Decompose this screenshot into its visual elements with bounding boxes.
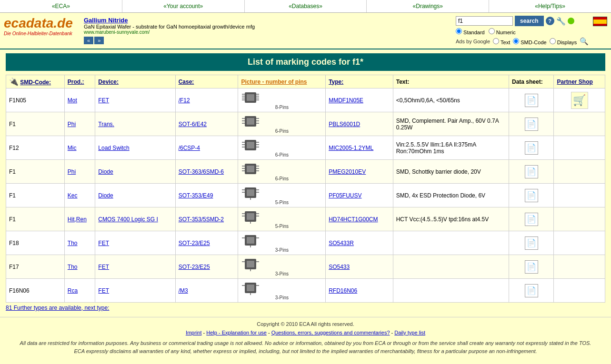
datasheet-icon[interactable]: 📄: [525, 284, 538, 297]
case-link[interactable]: SOT-23/E25: [179, 240, 210, 246]
radio-displays-label[interactable]: Displays: [550, 38, 577, 45]
search-button[interactable]: search: [515, 16, 544, 26]
radio-numeric-label[interactable]: Numeric: [489, 28, 516, 35]
radio-standard[interactable]: [456, 28, 462, 34]
cell-type: PF05FUUSV: [326, 184, 393, 207]
ad-url[interactable]: www.marubeni-sunnyvale.com/: [84, 30, 452, 35]
prod-link[interactable]: Mic: [68, 145, 77, 151]
cell-picture[interactable]: 6-Pins: [238, 136, 326, 160]
case-link[interactable]: SOT-23/E25: [179, 264, 210, 270]
device-link[interactable]: FET: [98, 240, 109, 246]
type-link[interactable]: PF05FUUSV: [329, 192, 361, 199]
prod-link[interactable]: Hit,Ren: [68, 216, 87, 223]
footer-daily-link[interactable]: Daily type list: [394, 330, 425, 335]
radio-numeric[interactable]: [489, 28, 495, 34]
col-case-link[interactable]: Case:: [179, 79, 194, 85]
datasheet-icon[interactable]: 📄: [525, 141, 538, 155]
prod-link[interactable]: Mot: [68, 97, 77, 104]
wrench-icon[interactable]: 🔧: [556, 17, 566, 26]
col-partner-link[interactable]: Partner Shop: [557, 79, 592, 85]
cell-type: SO5433R: [326, 231, 393, 255]
nav-databases[interactable]: «Databases»: [245, 0, 367, 12]
prod-link[interactable]: Tho: [68, 264, 78, 270]
prod-link[interactable]: Kec: [68, 192, 78, 199]
prod-link[interactable]: Rca: [68, 287, 78, 294]
ad-title[interactable]: Gallium Nitride: [84, 17, 452, 24]
cell-picture[interactable]: 6-Pins: [238, 112, 326, 136]
cell-smd-code: F1: [6, 160, 65, 184]
datasheet-icon[interactable]: 📄: [525, 260, 538, 274]
device-link[interactable]: Trans.: [98, 121, 114, 128]
more-types-link[interactable]: 81 Further types are available, next typ…: [6, 305, 109, 311]
type-link[interactable]: RFD16N06: [329, 287, 357, 294]
flag-area[interactable]: [593, 16, 607, 26]
type-link[interactable]: PMEG2010EV: [329, 168, 366, 175]
type-link[interactable]: MIC2005-1.2YML: [329, 145, 373, 151]
case-link[interactable]: SOT-363/6SMD-6: [179, 168, 224, 175]
nav-back-button[interactable]: «: [84, 37, 93, 44]
case-link[interactable]: /F12: [179, 97, 190, 104]
prod-link[interactable]: Tho: [68, 240, 78, 246]
radio-text[interactable]: [493, 38, 499, 44]
help-icon[interactable]: ?: [546, 17, 554, 25]
nav-eca[interactable]: «ECA»: [0, 0, 122, 12]
case-link[interactable]: SOT-353/5SMD-2: [179, 216, 224, 223]
type-link[interactable]: PBLS6001D: [329, 121, 360, 128]
footer-help-link[interactable]: Help - Explanation for use: [206, 330, 267, 335]
nav-forward-button[interactable]: »: [94, 37, 104, 44]
datasheet-icon[interactable]: 📄: [525, 236, 538, 250]
cell-picture[interactable]: 3-Pins: [238, 279, 326, 303]
datasheet-icon[interactable]: 📄: [525, 118, 538, 131]
device-link[interactable]: FET: [98, 287, 109, 294]
col-prod-link[interactable]: Prod.:: [68, 79, 84, 85]
device-link[interactable]: FET: [98, 264, 109, 270]
col-picture-link[interactable]: Picture - number of pins: [241, 79, 307, 85]
device-link[interactable]: Diode: [98, 192, 113, 199]
radio-smdcode-label[interactable]: SMD-Code: [513, 38, 546, 45]
search-input[interactable]: [456, 16, 513, 26]
type-link[interactable]: HD74HCT1G00CM: [329, 216, 378, 223]
device-link[interactable]: Diode: [98, 168, 113, 175]
device-link[interactable]: Load Switch: [98, 145, 129, 151]
nav-drawings[interactable]: «Drawings»: [367, 0, 489, 12]
type-link[interactable]: SO5433R: [329, 240, 354, 246]
footer-imprint-link[interactable]: Imprint: [186, 330, 202, 335]
cell-case: /F12: [175, 89, 238, 112]
device-link[interactable]: FET: [98, 97, 109, 104]
cell-picture[interactable]: 3-Pins: [238, 231, 326, 255]
radio-smdcode[interactable]: [513, 38, 519, 44]
radio-standard-label[interactable]: Standard: [456, 28, 485, 35]
datasheet-icon[interactable]: 📄: [525, 189, 538, 202]
cell-picture[interactable]: 8-Pins: [238, 89, 326, 112]
cell-text: SMD, Schottky barrier diode, 20V: [393, 160, 509, 184]
cell-picture[interactable]: 5-Pins: [238, 184, 326, 207]
case-link[interactable]: SOT-353/E49: [179, 192, 213, 199]
case-link[interactable]: /6CSP-4: [179, 145, 200, 151]
datasheet-icon[interactable]: 📄: [525, 213, 538, 226]
prod-link[interactable]: Phi: [68, 121, 76, 128]
footer-questions-link[interactable]: Questions, errors, suggestions and comme…: [271, 330, 390, 335]
cell-picture[interactable]: 5-Pins: [238, 207, 326, 231]
radio-displays[interactable]: [550, 38, 556, 44]
type-link[interactable]: MMDF1N05E: [329, 97, 363, 104]
col-device-link[interactable]: Device:: [98, 79, 119, 85]
nav-helptips[interactable]: «Help/Tips»: [489, 0, 611, 12]
green-dot: [568, 18, 574, 24]
cell-picture[interactable]: 3-Pins: [238, 255, 326, 279]
logo-text: ecadata.de: [4, 16, 80, 31]
case-link[interactable]: /M3: [179, 287, 188, 294]
svg-rect-52: [247, 237, 254, 244]
type-link[interactable]: SO5433: [329, 264, 350, 270]
case-link[interactable]: SOT-6/E42: [179, 121, 207, 128]
shop-icon[interactable]: 🛒: [571, 92, 588, 109]
datasheet-icon[interactable]: 📄: [525, 165, 538, 178]
nav-account[interactable]: «Your account»: [122, 0, 245, 12]
cell-picture[interactable]: 6-Pins: [238, 160, 326, 184]
magnify-icon[interactable]: 🔍: [580, 37, 589, 46]
datasheet-icon[interactable]: 📄: [525, 94, 538, 107]
radio-text-label[interactable]: Text: [493, 38, 510, 45]
col-smd-link[interactable]: SMD-Code:: [20, 79, 51, 86]
prod-link[interactable]: Phi: [68, 168, 76, 175]
device-link[interactable]: CMOS 7400 Logic SG I: [98, 216, 158, 223]
col-type-link[interactable]: Type:: [329, 79, 343, 85]
